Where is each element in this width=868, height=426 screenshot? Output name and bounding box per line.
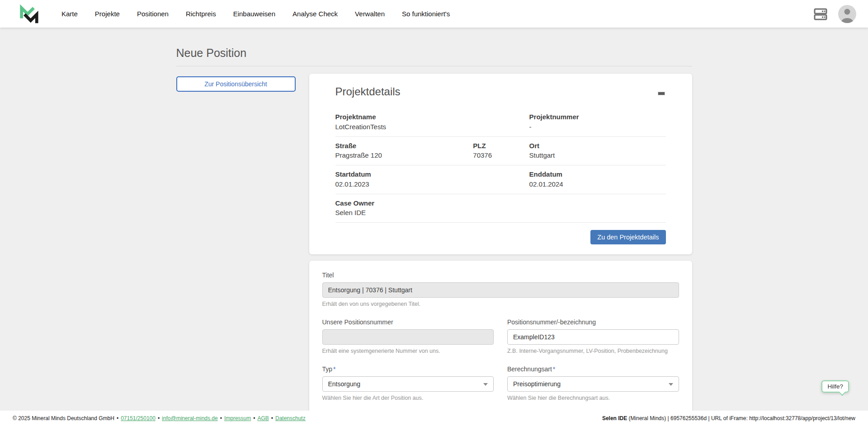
project-details-table: Projektname LotCreationTests Projektnumm…: [335, 108, 666, 223]
footer-link-datenschutz[interactable]: Datenschutz: [275, 415, 306, 421]
server-dns-icon[interactable]: [813, 6, 828, 22]
field-label: Straße: [335, 141, 473, 151]
field-value: Selen IDE: [335, 208, 666, 218]
main-nav: Karte Projekte Positionen Richtpreis Ein…: [61, 10, 450, 18]
footer-session-info: Selen IDE (Mineral Minds) | 69576255536d…: [602, 415, 855, 421]
positionsnummer-field-group: Positionsnummer/-bezeichnung Z.B. Intern…: [507, 318, 679, 354]
field-value: LotCreationTests: [335, 122, 529, 132]
field-strasse: Straße Pragstraße 120: [335, 141, 473, 161]
field-value: Stuttgart: [529, 150, 666, 160]
footer-session-details: (Mineral Minds) | 69576255536d | URL of …: [627, 415, 855, 421]
nav-right-controls: [813, 5, 856, 23]
nav-item-einbauweisen[interactable]: Einbauweisen: [233, 10, 275, 18]
footer-link-phone[interactable]: 07151/250100: [121, 415, 156, 421]
field-enddatum: Enddatum 02.01.2024: [529, 169, 666, 189]
separator: •: [117, 415, 118, 421]
nav-item-projekte[interactable]: Projekte: [95, 10, 120, 18]
field-value: 02.01.2023: [335, 179, 529, 189]
project-card-title: Projektdetails: [335, 85, 401, 98]
berechnungsart-label: Berechnungsart*: [507, 365, 679, 373]
chevron-down-icon: [669, 383, 673, 386]
table-row: Projektname LotCreationTests Projektnumm…: [335, 108, 666, 137]
berechnungsart-select[interactable]: Preisoptimierung: [507, 376, 679, 392]
footer-left: © 2025 Mineral Minds Deutschland GmbH • …: [13, 415, 306, 421]
field-label: Projektname: [335, 112, 529, 122]
field-projektname: Projektname LotCreationTests: [335, 112, 529, 132]
nav-item-so-funktionierts[interactable]: So funktioniert's: [402, 10, 450, 18]
unsere-positionsnummer-input: [322, 329, 494, 345]
nav-item-positionen[interactable]: Positionen: [137, 10, 169, 18]
nav-item-verwalten[interactable]: Verwalten: [355, 10, 385, 18]
footer-link-agb[interactable]: AGB: [257, 415, 269, 421]
top-navbar: Karte Projekte Positionen Richtpreis Ein…: [0, 0, 868, 28]
chevron-down-icon: [483, 383, 488, 386]
typ-select[interactable]: Entsorgung: [322, 376, 494, 392]
titel-label: Titel: [322, 272, 679, 279]
nav-item-analyse-check[interactable]: Analyse Check: [292, 10, 338, 18]
table-row: Straße Pragstraße 120 PLZ 70376 Ort Stut…: [335, 137, 666, 166]
go-to-project-details-button[interactable]: Zu den Projektdetails: [590, 230, 665, 244]
positionsnummer-helper: Z.B. Interne-Vorgangsnummer, LV-Position…: [507, 348, 679, 354]
field-ort: Ort Stuttgart: [529, 141, 666, 161]
right-column: Projektdetails Projektname LotCreationTe…: [309, 74, 692, 426]
separator: •: [220, 415, 222, 421]
positionsnummer-input[interactable]: [507, 329, 679, 345]
unsere-positionsnummer-label: Unsere Positionsnummer: [322, 318, 494, 326]
field-label: Enddatum: [529, 169, 666, 179]
unsere-positionsnummer-field-group: Unsere Positionsnummer Erhält eine syste…: [322, 318, 494, 354]
required-asterisk: *: [333, 365, 335, 373]
table-row: Startdatum 02.01.2023 Enddatum 02.01.202…: [335, 165, 666, 194]
typ-field-group: Typ* Entsorgung Wählen Sie hier die Art …: [322, 365, 494, 401]
copyright-text: © 2025 Mineral Minds Deutschland GmbH: [13, 415, 114, 421]
typ-helper: Wählen Sie hier die Art der Position aus…: [322, 395, 494, 401]
unsere-positionsnummer-helper: Erhält eine systemgenerierte Nummer von …: [322, 348, 494, 354]
titel-helper: Erhält den von uns vorgegebenen Titel.: [322, 301, 679, 307]
field-value: 02.01.2024: [529, 179, 666, 189]
berechnungsart-selected-value: Preisoptimierung: [513, 380, 561, 388]
field-label: PLZ: [473, 141, 529, 151]
page-title: Neue Position: [176, 47, 692, 66]
project-details-card: Projektdetails Projektname LotCreationTe…: [309, 74, 692, 254]
field-label: Startdatum: [335, 169, 529, 179]
separator: •: [271, 415, 273, 421]
typ-label: Typ*: [322, 365, 494, 373]
nav-item-karte[interactable]: Karte: [61, 10, 78, 18]
positionsnummer-label: Positionsnummer/-bezeichnung: [507, 318, 679, 326]
field-plz: PLZ 70376: [473, 141, 529, 161]
field-label: Ort: [529, 141, 666, 151]
table-row: Case Owner Selen IDE: [335, 194, 666, 223]
field-value: -: [529, 122, 666, 132]
typ-selected-value: Entsorgung: [328, 380, 361, 388]
field-startdatum: Startdatum 02.01.2023: [335, 169, 529, 189]
typ-label-text: Typ: [322, 365, 333, 373]
back-to-positions-button[interactable]: Zur Positionsübersicht: [176, 76, 296, 92]
titel-input: [322, 282, 679, 298]
field-label: Projektnummer: [529, 112, 666, 122]
main-content: Neue Position Zur Positionsübersicht Pro…: [176, 28, 692, 426]
required-asterisk: *: [553, 365, 555, 373]
field-projektnummer: Projektnummer -: [529, 112, 666, 132]
left-column: Zur Positionsübersicht: [176, 74, 296, 426]
separator: •: [253, 415, 255, 421]
berechnungsart-helper: Wählen Sie hier die Berechnungsart aus.: [507, 395, 679, 401]
titel-field-group: Titel Erhält den von uns vorgegebenen Ti…: [322, 272, 679, 307]
berechnungsart-field-group: Berechnungsart* Preisoptimierung Wählen …: [507, 365, 679, 401]
berechnungsart-label-text: Berechnungsart: [507, 365, 552, 373]
field-value: 70376: [473, 150, 529, 160]
mineral-minds-logo-icon[interactable]: [17, 3, 40, 25]
footer-link-email[interactable]: info@mineral-minds.de: [162, 415, 218, 421]
new-position-form-card: Titel Erhält den von uns vorgegebenen Ti…: [309, 261, 692, 426]
footer-user-name: Selen IDE: [602, 415, 627, 421]
nav-item-richtpreis[interactable]: Richtpreis: [186, 10, 216, 18]
field-label: Case Owner: [335, 198, 666, 208]
separator: •: [158, 415, 160, 421]
help-button[interactable]: Hilfe?: [821, 380, 849, 393]
field-value: Pragstraße 120: [335, 150, 473, 160]
user-avatar-icon[interactable]: [838, 5, 856, 23]
footer: © 2025 Mineral Minds Deutschland GmbH • …: [0, 411, 868, 426]
footer-link-impressum[interactable]: Impressum: [224, 415, 251, 421]
field-case-owner: Case Owner Selen IDE: [335, 198, 666, 218]
minus-icon: [658, 92, 665, 95]
collapse-card-button[interactable]: [657, 89, 666, 98]
